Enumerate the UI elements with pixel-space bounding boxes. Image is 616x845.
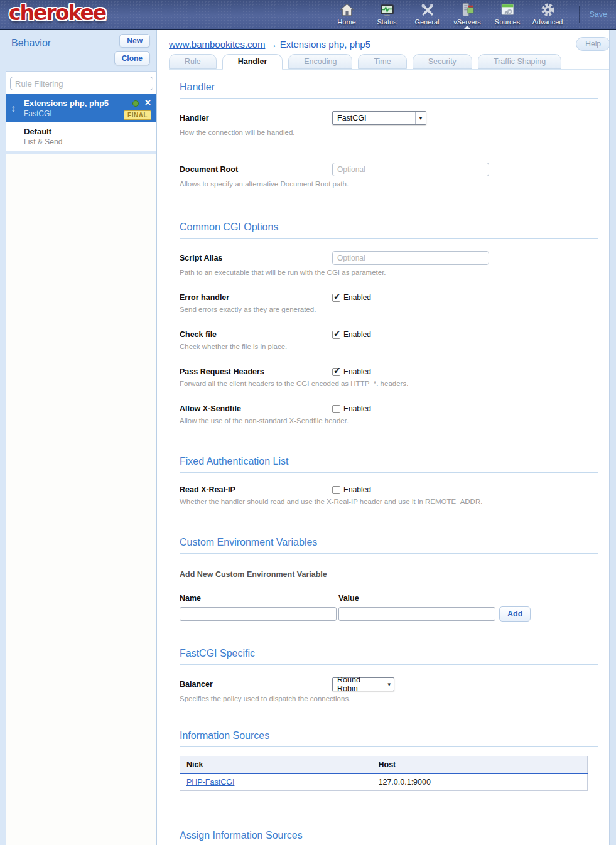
divider	[579, 6, 580, 23]
tab-handler[interactable]: Handler	[222, 54, 283, 70]
save-link[interactable]: Save	[590, 10, 608, 19]
read-x-real-ip-caption: Whether the handler should read and use …	[180, 498, 598, 505]
handler-select-value: FastCGI	[337, 114, 367, 122]
document-root-label: Document Root	[180, 165, 332, 174]
rule-filter-input[interactable]	[10, 77, 153, 90]
error-handler-checkbox[interactable]: ✓	[332, 294, 340, 302]
check-icon: ✓	[333, 328, 341, 338]
dropdown-arrow-icon: ▼	[384, 678, 394, 691]
handler-caption: How the connection will be handled.	[180, 129, 598, 136]
help-button[interactable]: Help	[576, 37, 610, 51]
status-icon	[367, 2, 407, 18]
env-value-label: Value	[338, 594, 359, 603]
section-title-fixed-auth: Fixed Authentication List	[180, 456, 598, 473]
check-icon: ✓	[333, 291, 341, 301]
cherokee-admin: cherokee Home Status General	[0, 0, 616, 845]
top-bar: cherokee Home Status General	[0, 0, 616, 30]
check-file-checkbox[interactable]: ✓	[332, 331, 340, 339]
main-nav: Home Status General	[327, 2, 568, 26]
env-name-input[interactable]	[180, 607, 337, 621]
check-file-caption: Check whether the file is in place.	[180, 343, 598, 350]
tab-traffic-shaping[interactable]: Traffic Shaping	[478, 54, 561, 69]
page-title: Extensions php, php5	[280, 39, 370, 50]
pass-request-headers-label: Pass Request Headers	[180, 367, 332, 376]
nav-item-vservers[interactable]: vServers	[447, 2, 487, 26]
pass-request-headers-checkbox[interactable]: ✓	[332, 368, 340, 376]
error-handler-caption: Send errors exactly as they are generate…	[180, 306, 598, 313]
info-sources-table: Nick Host PHP-FastCGI 127.0.0.1:9000	[180, 756, 588, 791]
source-link-php-fastcgi[interactable]: PHP-FastCGI	[186, 778, 234, 787]
document-root-caption: Allows to specify an alternative Documen…	[180, 180, 598, 188]
balancer-select-value: Round Robin	[337, 675, 379, 693]
general-icon	[407, 2, 447, 18]
nav-item-sources[interactable]: Sources	[487, 2, 527, 26]
sidebar-title: Behavior	[11, 38, 51, 49]
nav-item-status[interactable]: Status	[367, 2, 407, 26]
nav-item-home[interactable]: Home	[327, 2, 367, 26]
enabled-text: Enabled	[343, 293, 371, 302]
handler-label: Handler	[180, 114, 332, 122]
document-root-input[interactable]	[332, 163, 489, 176]
enabled-text: Enabled	[343, 404, 371, 413]
allow-x-sendfile-caption: Allow the use of the non-standard X-Send…	[180, 417, 598, 424]
rule-subtitle: List & Send	[24, 137, 151, 146]
pass-request-headers-caption: Forward all the client headers to the CG…	[180, 380, 598, 387]
clone-rule-button[interactable]: Clone	[114, 51, 150, 65]
tab-bar: Rule Handler Encoding Time Security Traf…	[169, 54, 609, 70]
env-name-label: Name	[180, 594, 338, 603]
source-host: 127.0.0.1:9000	[372, 773, 588, 791]
nav-item-general[interactable]: General	[407, 2, 447, 26]
section-title-assign-sources: Assign Information Sources	[180, 830, 598, 845]
dropdown-arrow-icon: ▼	[415, 112, 426, 124]
move-handle-icon[interactable]: ↕	[11, 103, 16, 114]
breadcrumb: www.bambookites.com → Extensions php, ph…	[158, 30, 609, 50]
script-alias-input[interactable]	[332, 251, 489, 265]
main-panel: www.bambookites.com → Extensions php, ph…	[158, 30, 609, 845]
script-alias-label: Script Alias	[180, 254, 332, 262]
enabled-text: Enabled	[343, 367, 371, 376]
allow-x-sendfile-checkbox[interactable]: ✓	[332, 405, 340, 413]
add-env-button[interactable]: Add	[499, 606, 531, 622]
close-icon[interactable]: ✕	[144, 98, 151, 107]
tab-time[interactable]: Time	[358, 54, 406, 69]
handler-select[interactable]: FastCGI ▼	[332, 111, 426, 125]
tab-security[interactable]: Security	[413, 54, 472, 69]
nav-item-advanced[interactable]: Advanced	[527, 2, 568, 26]
final-badge: FINAL	[124, 110, 151, 120]
column-header-nick: Nick	[180, 756, 372, 774]
column-header-host: Host	[372, 756, 588, 774]
rule-row-extensions-php[interactable]: ↕ Extensions php, php5 FastCGI ✕ FINAL	[6, 94, 156, 122]
tab-encoding[interactable]: Encoding	[288, 54, 352, 69]
section-title-info-sources: Information Sources	[180, 730, 598, 747]
rule-list: ↕ Extensions php, php5 FastCGI ✕ FINAL D…	[6, 71, 156, 151]
sidebar: Behavior New Clone ↕ Extensions php, php…	[0, 30, 157, 845]
check-file-label: Check file	[180, 330, 332, 339]
error-handler-label: Error handler	[180, 293, 332, 302]
allow-x-sendfile-label: Allow X-Sendfile	[180, 404, 332, 413]
page-gutter	[609, 30, 616, 845]
advanced-icon	[527, 2, 568, 18]
sidebar-header: Behavior New Clone	[0, 30, 156, 71]
enabled-text: Enabled	[343, 485, 371, 494]
balancer-select[interactable]: Round Robin ▼	[332, 677, 394, 691]
script-alias-caption: Path to an executable that will be run w…	[180, 269, 598, 276]
tab-rule[interactable]: Rule	[169, 54, 217, 69]
section-title-handler: Handler	[180, 82, 598, 99]
enabled-text: Enabled	[343, 330, 371, 339]
read-x-real-ip-checkbox[interactable]: ✓	[332, 486, 340, 494]
site-link[interactable]: www.bambookites.com	[169, 39, 265, 50]
cherokee-logo: cherokee	[9, 1, 105, 25]
rule-title: Default	[24, 127, 151, 136]
save-area: Save	[579, 6, 608, 23]
table-row: PHP-FastCGI 127.0.0.1:9000	[180, 773, 588, 791]
sources-icon	[487, 2, 527, 18]
read-x-real-ip-label: Read X-Real-IP	[180, 485, 332, 494]
status-dot	[132, 100, 139, 107]
home-icon	[327, 2, 367, 18]
balancer-label: Balancer	[180, 680, 332, 689]
sidebar-empty-panel	[6, 154, 156, 845]
env-value-input[interactable]	[338, 607, 495, 621]
section-title-custom-env: Custom Environment Variables	[180, 537, 598, 554]
rule-row-default[interactable]: Default List & Send	[6, 122, 156, 151]
new-rule-button[interactable]: New	[119, 34, 150, 48]
